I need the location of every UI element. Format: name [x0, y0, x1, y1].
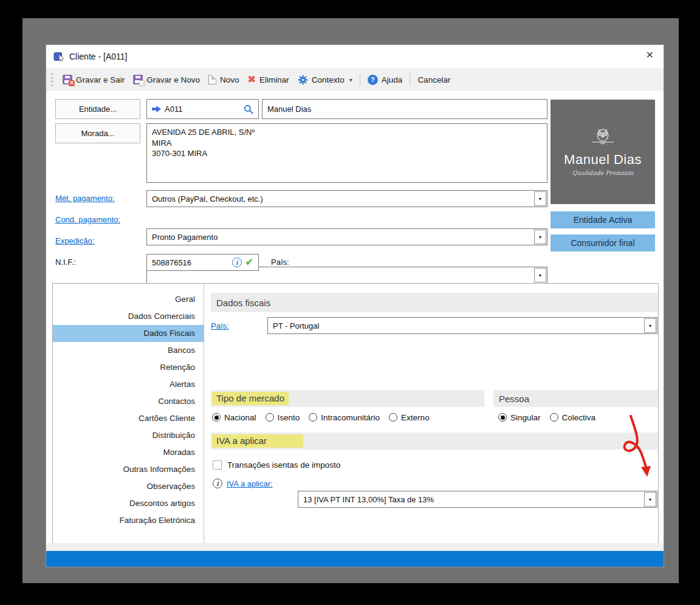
- cancel-button[interactable]: Cancelar: [413, 73, 455, 87]
- iva-combobox[interactable]: 13 [IVA PT INT 13,00%] Taxa de 13% ▼: [298, 491, 657, 508]
- sidebar-item-outras-informacoes[interactable]: Outras Informações: [53, 461, 204, 478]
- dropdown-arrow-icon[interactable]: ▼: [534, 191, 546, 206]
- delete-button[interactable]: ✖ Eliminar: [244, 72, 293, 87]
- radio-intracomunitario[interactable]: Intracomunitário: [309, 413, 380, 422]
- sidebar-item-moradas[interactable]: Moradas: [53, 444, 204, 461]
- sidebar-item-alertas[interactable]: Alertas: [53, 376, 204, 393]
- radio-nacional[interactable]: Nacional: [212, 413, 256, 422]
- client-window-icon: [53, 51, 64, 62]
- met-pagamento-combobox[interactable]: Outros (PayPal, Checkout, etc.) ▼: [146, 190, 547, 207]
- dropdown-arrow-icon[interactable]: ▼: [644, 492, 656, 507]
- save-exit-icon: ✕: [63, 75, 72, 84]
- sidebar-item-dados-comerciais[interactable]: Dados Comerciais: [53, 308, 204, 325]
- nif-info-icon[interactable]: i: [232, 258, 242, 267]
- radio-colectiva[interactable]: Colectiva: [550, 413, 596, 422]
- address-field[interactable]: AVENIDA 25 DE ABRIL, S/Nº MIRA 3070-301 …: [146, 123, 547, 183]
- save-and-exit-button[interactable]: ✕ Gravar e Sair: [58, 72, 129, 87]
- entity-code-field[interactable]: A011: [146, 99, 259, 119]
- new-document-icon: [208, 75, 216, 84]
- cond-pagamento-link[interactable]: Cond. pagamento:: [55, 215, 120, 224]
- toolbar-separator: [360, 73, 360, 86]
- radio-button-icon: [309, 413, 317, 422]
- chevron-down-icon: ▾: [349, 77, 352, 83]
- cond-pagamento-combobox[interactable]: Pronto Pagamento ▼: [146, 228, 547, 245]
- sidebar-item-observacoes[interactable]: Observações: [53, 478, 204, 495]
- entidade-activa-badge[interactable]: Entidade Activa: [551, 211, 655, 228]
- sidebar-item-descontos-artigos[interactable]: Descontos artigos: [53, 495, 204, 512]
- radio-isento[interactable]: Isento: [266, 413, 300, 422]
- dropdown-arrow-icon[interactable]: ▼: [534, 268, 546, 282]
- dados-fiscais-panel: Dados fiscais País: PT - Portugal ▼ Tipo…: [205, 284, 658, 544]
- save-and-new-button[interactable]: → Gravar e Novo: [129, 72, 204, 87]
- logo-name: Manuel Dias: [564, 152, 642, 168]
- close-icon[interactable]: ✕: [646, 50, 654, 60]
- gear-icon: [298, 75, 308, 85]
- radio-externo[interactable]: Externo: [389, 413, 430, 422]
- tipo-mercado-header: Tipo de mercado: [211, 390, 484, 407]
- entity-name-field[interactable]: Manuel Dias: [262, 99, 547, 119]
- help-icon: ?: [368, 75, 378, 85]
- toolbar-separator: [410, 73, 410, 86]
- new-button[interactable]: Novo: [204, 72, 244, 87]
- sidebar-item-bancos[interactable]: Bancos: [53, 342, 204, 359]
- radio-button-icon: [389, 413, 397, 422]
- sidebar-item-faturacao-eletronica[interactable]: Faturação Eletrónica: [53, 512, 204, 529]
- consumidor-final-badge[interactable]: Consumidor final: [551, 234, 655, 251]
- radio-singular[interactable]: Singular: [498, 413, 541, 422]
- client-logo: Manuel Dias Qualidade Premium: [551, 100, 655, 204]
- owl-logo-icon: [589, 128, 616, 147]
- help-button[interactable]: ? Ajuda: [363, 72, 407, 87]
- toolbar: ✕ Gravar e Sair → Gravar e Novo Novo ✖ E…: [46, 68, 664, 91]
- expedicao-link[interactable]: Expedição:: [55, 236, 94, 245]
- iva-highlight: IVA a aplicar: [212, 434, 303, 448]
- nif-label: N.I.F.:: [55, 258, 76, 267]
- morada-button[interactable]: Morada...: [55, 123, 140, 143]
- window-bottom-strip: [46, 543, 664, 551]
- tipo-mercado-radios: Nacional Isento Intracomunitário Externo: [212, 410, 439, 425]
- sidebar: Geral Dados Comerciais Dados Fiscais Ban…: [53, 284, 204, 544]
- fiscal-pais-link[interactable]: País:: [211, 321, 229, 330]
- pessoa-radios: Singular Colectiva: [498, 410, 605, 425]
- delete-x-icon: ✖: [248, 75, 256, 84]
- sidebar-item-cartoes-cliente[interactable]: Cartões Cliente: [53, 410, 204, 427]
- dados-fiscais-header: Dados fiscais: [211, 293, 657, 312]
- entity-arrow-icon: [152, 106, 161, 112]
- toolbar-grip[interactable]: [51, 73, 53, 86]
- radio-button-icon: [550, 413, 558, 422]
- fiscal-pais-combobox[interactable]: PT - Portugal ▼: [267, 317, 657, 334]
- sidebar-item-dados-fiscais[interactable]: Dados Fiscais: [53, 325, 204, 342]
- tipo-mercado-highlight: Tipo de mercado: [212, 392, 289, 405]
- sidebar-item-contactos[interactable]: Contactos: [53, 393, 204, 410]
- nif-field[interactable]: 508876516 i ✔: [146, 254, 259, 271]
- iva-label-row: i IVA a aplicar:: [213, 477, 273, 490]
- sidebar-item-retencao[interactable]: Retenção: [53, 359, 204, 376]
- tabs-container: Geral Dados Comerciais Dados Fiscais Ban…: [52, 283, 659, 544]
- pessoa-header: Pessoa: [493, 390, 657, 407]
- entidade-button[interactable]: Entidade...: [55, 99, 140, 119]
- dropdown-arrow-icon[interactable]: ▼: [534, 230, 546, 244]
- iva-info-icon[interactable]: i: [213, 479, 222, 488]
- status-bar: [46, 551, 664, 567]
- met-pagamento-link[interactable]: Mét. pagamento:: [55, 194, 115, 203]
- search-icon[interactable]: [244, 104, 253, 114]
- pais-label: País:: [271, 258, 289, 267]
- isencao-checkbox[interactable]: [213, 460, 222, 470]
- window-title: Cliente - [A011]: [69, 52, 127, 61]
- save-new-icon: →: [133, 75, 143, 84]
- red-annotation-arrow: [611, 412, 661, 485]
- iva-aplicar-link[interactable]: IVA a aplicar:: [227, 479, 273, 488]
- radio-button-icon: [498, 413, 507, 422]
- cliente-window: Cliente - [A011] ✕ ✕ Gravar e Sair → Gra…: [46, 44, 664, 567]
- title-bar: Cliente - [A011] ✕: [46, 45, 664, 68]
- logo-tagline: Qualidade Premium: [572, 169, 634, 176]
- sidebar-item-distribuicao[interactable]: Distribuição: [53, 427, 204, 444]
- dropdown-arrow-icon[interactable]: ▼: [644, 318, 656, 333]
- context-button[interactable]: Contexto ▾: [293, 72, 357, 87]
- iva-header: IVA a aplicar: [211, 432, 657, 449]
- radio-button-icon: [266, 413, 274, 422]
- sidebar-item-geral[interactable]: Geral: [53, 291, 204, 308]
- nif-valid-check-icon: ✔: [245, 258, 253, 267]
- radio-button-icon: [212, 413, 221, 422]
- isencao-checkbox-row: Transações isentas de imposto: [213, 458, 340, 471]
